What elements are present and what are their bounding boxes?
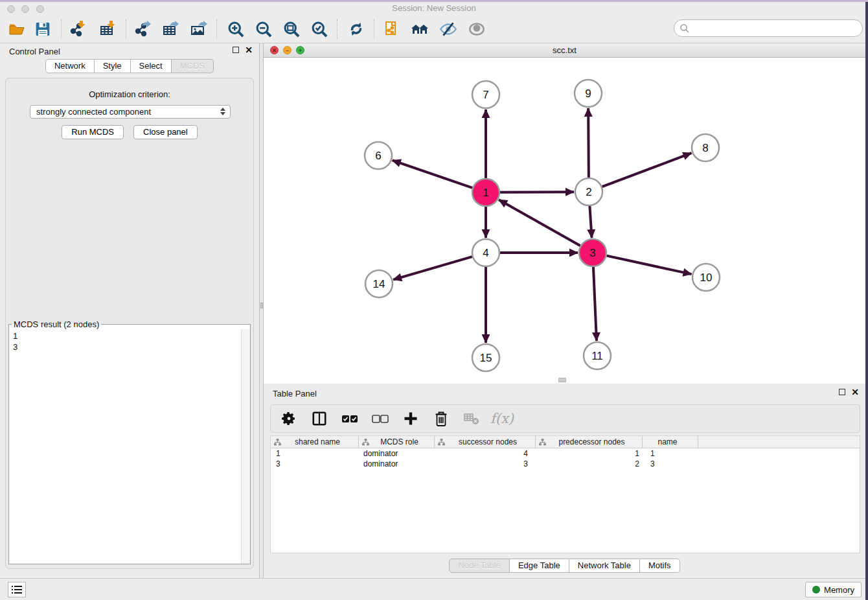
hide-selected-icon[interactable] (437, 18, 460, 40)
list-icon (11, 584, 23, 595)
close-panel-icon[interactable]: ✕ (245, 46, 253, 54)
toolbar-separator (337, 19, 337, 39)
zoom-fit-icon[interactable] (280, 18, 303, 40)
column-header-MCDS-role[interactable]: MCDS role (359, 436, 435, 448)
float-panel-icon[interactable] (233, 47, 239, 53)
search-input[interactable] (690, 21, 862, 36)
table-cell-name[interactable]: 1 (643, 448, 698, 459)
app-titlebar: Session: New Session (0, 2, 868, 14)
node-table-header: shared nameMCDS rolesuccessor nodesprede… (271, 436, 860, 448)
show-all-icon[interactable] (465, 18, 488, 40)
window-zoom-button[interactable] (36, 5, 44, 13)
tab-mcds[interactable]: MCDS (172, 59, 214, 73)
graph-node-label-6: 6 (375, 150, 381, 162)
graph-edge-2-3[interactable] (589, 206, 591, 238)
save-session-icon[interactable] (31, 18, 54, 40)
graph-edge-2-9[interactable] (588, 108, 589, 178)
column-header-name[interactable]: name (643, 436, 698, 448)
import-network-icon[interactable] (66, 18, 89, 40)
window-minimize-button[interactable] (21, 5, 29, 13)
table-options-gear-icon[interactable] (279, 408, 299, 429)
graph-node-label-11: 11 (591, 350, 603, 362)
unselect-all-columns-icon[interactable] (370, 408, 391, 429)
column-header-predecessor-nodes[interactable]: predecessor nodes (536, 436, 643, 448)
criterion-select[interactable]: strongly connected component (30, 105, 231, 119)
vertical-splitter[interactable] (259, 43, 264, 578)
refresh-icon[interactable] (345, 18, 368, 40)
export-network-icon[interactable] (131, 18, 154, 40)
export-table-icon[interactable] (159, 18, 182, 40)
new-network-from-selection-icon[interactable] (381, 18, 404, 40)
open-session-icon[interactable] (5, 18, 29, 40)
network-minimize-button[interactable]: – (283, 46, 291, 54)
show-column-panel-icon[interactable] (309, 408, 330, 429)
delete-table-icon (461, 408, 482, 429)
table-tab-edge-table[interactable]: Edge Table (510, 559, 569, 573)
task-history-button[interactable] (8, 582, 26, 597)
graph-edge-3-11[interactable] (593, 267, 597, 341)
column-header-shared-name[interactable]: shared name (271, 436, 359, 448)
table-tab-motifs[interactable]: Motifs (640, 559, 680, 573)
memory-button[interactable]: Memory (805, 582, 862, 597)
table-cell-predecessor_nodes[interactable]: 2 (536, 459, 643, 469)
float-table-panel-icon[interactable] (839, 389, 845, 395)
table-tabs: Node TableEdge TableNetwork TableMotifs (264, 559, 865, 573)
graph-edge-4-14[interactable] (393, 257, 472, 279)
table-cell-shared_name[interactable]: 1 (271, 448, 359, 459)
network-close-button[interactable]: ✕ (270, 46, 279, 54)
mcds-result-list[interactable]: 13 (9, 329, 241, 564)
table-tab-node-table[interactable]: Node Table (449, 559, 510, 573)
graph-node-label-8: 8 (702, 142, 708, 154)
table-cell-predecessor_nodes[interactable]: 1 (536, 448, 643, 459)
graph-node-label-14: 14 (373, 278, 385, 290)
search-input-wrapper[interactable] (674, 19, 863, 37)
table-row[interactable]: 3dominator323 (271, 459, 860, 469)
table-cell-shared_name[interactable]: 3 (271, 459, 359, 469)
network-window-titlebar[interactable]: ✕ – + scc.txt (264, 43, 865, 58)
table-cell-mcds_role[interactable]: dominator (359, 448, 435, 459)
table-cell-mcds_role[interactable]: dominator (359, 459, 435, 469)
graph-edge-3-10[interactable] (606, 256, 691, 274)
mcds-result-item[interactable]: 1 (13, 330, 241, 341)
table-cell-name[interactable]: 3 (643, 459, 698, 469)
graph-node-label-7: 7 (483, 89, 488, 101)
graph-edge-3-1[interactable] (499, 200, 580, 246)
delete-column-icon[interactable] (431, 408, 451, 429)
tab-network[interactable]: Network (45, 59, 95, 73)
network-canvas[interactable]: 7968124314101511 (264, 58, 865, 384)
import-table-icon[interactable] (96, 18, 119, 40)
column-label: predecessor nodes (547, 437, 642, 446)
network-maximize-button[interactable]: + (296, 46, 304, 54)
tab-select[interactable]: Select (131, 59, 172, 73)
run-mcds-button[interactable]: Run MCDS (62, 125, 124, 139)
zoom-out-icon[interactable] (252, 18, 275, 40)
select-all-columns-icon[interactable] (339, 408, 360, 429)
tab-style[interactable]: Style (95, 59, 131, 73)
table-cell-successor_nodes[interactable]: 3 (435, 459, 536, 469)
close-table-panel-icon[interactable]: ✕ (851, 388, 859, 396)
table-tab-network-table[interactable]: Network Table (569, 559, 640, 573)
mcds-result-item[interactable]: 3 (13, 341, 241, 352)
graph-edge-2-8[interactable] (602, 153, 692, 187)
table-cell-successor_nodes[interactable]: 4 (435, 448, 536, 459)
table-row[interactable]: 1dominator411 (271, 448, 860, 459)
graph-edge-1-2[interactable] (500, 192, 574, 192)
toolbar-separator (216, 19, 217, 39)
window-close-button[interactable] (7, 5, 15, 13)
graph-edge-1-6[interactable] (393, 160, 472, 187)
close-panel-button[interactable]: Close panel (133, 125, 198, 139)
export-image-icon[interactable] (187, 18, 211, 40)
column-header-successor-nodes[interactable]: successor nodes (435, 436, 536, 448)
graph-node-label-3: 3 (589, 247, 595, 259)
column-tree-icon (538, 438, 547, 446)
create-new-column-icon[interactable] (400, 408, 421, 429)
zoom-in-icon[interactable] (224, 18, 247, 40)
table-panel-header: Table Panel ✕ (264, 386, 865, 401)
vertical-splitter-handle[interactable] (260, 303, 263, 308)
column-label: MCDS role (370, 437, 434, 446)
result-scrollbar[interactable] (241, 329, 250, 564)
horizontal-splitter-handle[interactable] (558, 378, 566, 382)
first-neighbors-icon[interactable] (408, 18, 431, 40)
memory-label: Memory (824, 585, 854, 595)
zoom-selected-icon[interactable] (308, 18, 331, 40)
